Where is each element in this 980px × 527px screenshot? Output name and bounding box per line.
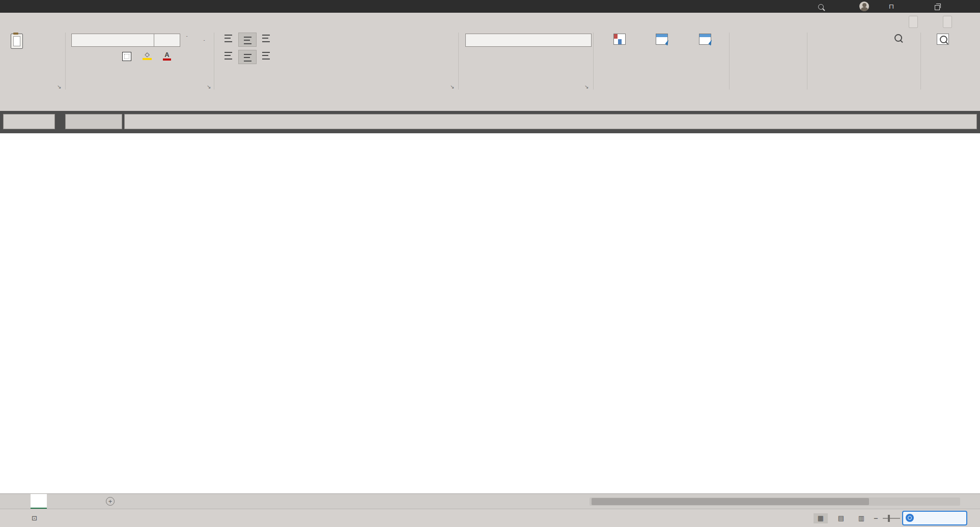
align-center-button[interactable]: [238, 50, 257, 64]
font-group-label: [117, 83, 153, 92]
excel-window: ⊓ ↘ ˆ ˇ: [0, 0, 980, 527]
align-left-button[interactable]: [221, 52, 235, 62]
clipboard-group-label: [7, 83, 53, 92]
font-color-button[interactable]: A: [163, 51, 171, 61]
ime-logo-icon: [906, 514, 914, 522]
close-button[interactable]: [953, 0, 970, 13]
font-color-bar: [163, 58, 171, 61]
analyze-data-button[interactable]: [926, 33, 959, 48]
title-bar: ⊓: [0, 0, 980, 13]
formula-bar-row: [0, 111, 980, 133]
analyze-data-icon: [937, 34, 949, 45]
ribbon: ↘ ˆ ˇ ◇ A: [0, 31, 980, 95]
sheet-tab-active[interactable]: [31, 494, 47, 509]
name-box[interactable]: [3, 114, 55, 129]
user-name[interactable]: [834, 0, 854, 13]
ime-toolbar[interactable]: [902, 511, 967, 525]
horizontal-scrollbar-thumb[interactable]: [592, 498, 869, 505]
comments-button[interactable]: [943, 16, 952, 28]
formula-buttons: [65, 114, 122, 129]
shrink-font-button[interactable]: ˇ: [198, 35, 211, 44]
quick-access-toolbar: [0, 95, 980, 111]
horizontal-scrollbar[interactable]: [590, 497, 960, 506]
sort-filter-button[interactable]: [839, 33, 878, 40]
fill-color-bar: [143, 58, 152, 60]
zoom-slider-knob[interactable]: [888, 515, 890, 522]
font-dialog-launcher[interactable]: ↘: [207, 84, 211, 90]
conditional-formatting-icon: [613, 34, 626, 45]
font-size-select[interactable]: [154, 34, 180, 47]
search-icon[interactable]: [815, 0, 827, 13]
align-right-button[interactable]: [259, 52, 273, 62]
document-title: [0, 0, 980, 13]
format-as-table-icon: [656, 34, 668, 45]
fill-color-button[interactable]: ◇: [143, 51, 152, 60]
sheet-grid: [0, 133, 980, 493]
cell-styles-icon: [699, 34, 711, 45]
cell-styles-button[interactable]: [685, 33, 724, 48]
page-break-view-button[interactable]: ▥: [854, 513, 869, 523]
restore-button[interactable]: [930, 0, 945, 13]
paste-button[interactable]: [5, 33, 27, 51]
status-bar: ⊡ ▦ ▤ ▥ −: [0, 509, 980, 527]
sheet-tab-bar: +: [0, 493, 980, 509]
font-name-select[interactable]: [71, 34, 157, 47]
styles-group-label: [642, 83, 678, 92]
number-group-label: [509, 83, 542, 92]
align-top-button[interactable]: [221, 35, 235, 45]
page-layout-view-button[interactable]: ▤: [834, 513, 848, 523]
alignment-dialog-launcher[interactable]: ↘: [450, 84, 454, 90]
analysis-group-label: [925, 83, 960, 92]
zoom-slider[interactable]: [883, 518, 900, 519]
borders-icon[interactable]: [122, 52, 131, 61]
format-as-table-button[interactable]: [640, 33, 682, 48]
paste-icon: [11, 34, 23, 49]
formula-input[interactable]: [124, 114, 977, 129]
share-button[interactable]: [909, 16, 918, 28]
ribbon-display-options-icon[interactable]: ⊓: [884, 0, 899, 13]
clipboard-dialog-launcher[interactable]: ↘: [57, 84, 61, 90]
find-select-button[interactable]: [879, 33, 917, 47]
macro-record-icon[interactable]: ⊡: [32, 509, 37, 527]
number-dialog-launcher[interactable]: ↘: [584, 84, 589, 90]
new-sheet-button[interactable]: +: [106, 497, 115, 506]
cells-group-label: [744, 83, 780, 92]
alignment-group-label: [316, 83, 356, 92]
editing-group-label: [846, 83, 882, 92]
normal-view-button[interactable]: ▦: [814, 513, 828, 523]
ribbon-tab-row: [0, 13, 980, 31]
align-bottom-button[interactable]: [259, 35, 273, 45]
find-select-icon: [879, 33, 917, 43]
grow-font-button[interactable]: ˆ: [180, 35, 193, 43]
number-format-select[interactable]: [465, 34, 592, 47]
zoom-out-button[interactable]: −: [874, 509, 878, 527]
conditional-formatting-button[interactable]: [601, 33, 637, 48]
orientation-button[interactable]: [279, 34, 294, 40]
align-middle-button[interactable]: [238, 33, 257, 47]
avatar[interactable]: [859, 2, 869, 11]
minimize-button[interactable]: [906, 0, 921, 13]
